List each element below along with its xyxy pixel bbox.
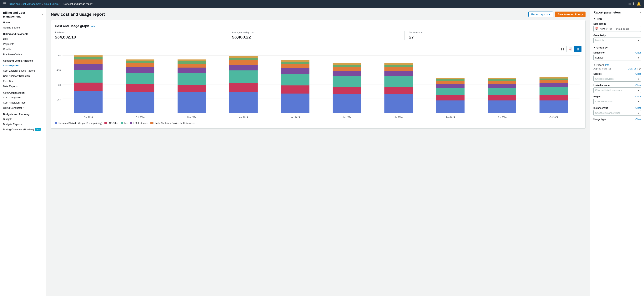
panel-expand-button[interactable]: › bbox=[640, 11, 641, 14]
date-range-box[interactable]: 📅 2024-01-01 — 2024-10-31 bbox=[594, 26, 641, 32]
svg-rect-17 bbox=[126, 63, 154, 67]
region-select[interactable]: Choose regions bbox=[594, 99, 641, 104]
svg-text:Feb 2024: Feb 2024 bbox=[136, 116, 144, 118]
recent-reports-button[interactable]: Recent reports ▾ bbox=[528, 12, 553, 17]
sidebar-item-pricing-calculator[interactable]: Pricing Calculator (Preview) New bbox=[0, 127, 46, 132]
svg-rect-5 bbox=[74, 91, 102, 113]
triangle-icon-3: ▼ bbox=[594, 64, 595, 66]
save-report-button[interactable]: Save to report library bbox=[555, 12, 586, 17]
svg-rect-50 bbox=[332, 65, 361, 67]
legend-dot-tax bbox=[121, 122, 123, 124]
linked-account-clear-link[interactable]: Clear bbox=[635, 84, 641, 87]
svg-rect-43 bbox=[281, 60, 310, 62]
new-badge: New bbox=[35, 128, 41, 131]
sidebar-collapse-button[interactable]: ‹ bbox=[42, 13, 43, 16]
bar-chart-button[interactable]: ▮▮ bbox=[558, 46, 566, 52]
service-filter-label: Service Clear bbox=[594, 73, 641, 75]
grid-icon[interactable]: ⊞ bbox=[628, 2, 631, 6]
panel-header: Report parameters › bbox=[594, 11, 641, 14]
svg-text:Jan 2024: Jan 2024 bbox=[84, 116, 93, 118]
dimension-select[interactable]: Service bbox=[594, 55, 641, 61]
stats-row: Total cost $34,802.19 Average monthly co… bbox=[55, 31, 582, 43]
svg-rect-29 bbox=[229, 92, 258, 113]
instance-type-select[interactable]: Choose instance types bbox=[594, 110, 641, 116]
svg-text:May 2024: May 2024 bbox=[290, 116, 300, 118]
sidebar-item-cost-explorer[interactable]: Cost Explorer bbox=[0, 63, 46, 68]
sidebar-item-cost-explorer-saved[interactable]: Cost Explorer Saved Reports bbox=[0, 68, 46, 73]
card-title: Cost and usage graph Info bbox=[55, 24, 582, 28]
svg-rect-23 bbox=[178, 73, 206, 85]
svg-rect-35 bbox=[229, 56, 258, 58]
top-navigation: ☰ Billing and Cost Management › Cost Exp… bbox=[0, 0, 644, 8]
region-clear-link[interactable]: Clear bbox=[635, 95, 641, 98]
sidebar: Billing and Cost Management ‹ Home Getti… bbox=[0, 8, 46, 296]
pipe-separator: | bbox=[637, 67, 638, 70]
instance-type-clear-link[interactable]: Clear bbox=[635, 107, 641, 109]
date-range-field-label: Date Range bbox=[594, 23, 641, 25]
sidebar-title: Billing and Cost Management bbox=[3, 11, 42, 18]
group-by-section-header: ▼ Group by bbox=[594, 46, 641, 49]
sidebar-item-data-exports[interactable]: Data Exports bbox=[0, 84, 46, 89]
right-panel: Report parameters › ▼ Time Date Range 📅 … bbox=[590, 8, 644, 296]
sidebar-item-cost-categories[interactable]: Cost Categories bbox=[0, 95, 46, 100]
svg-rect-10 bbox=[74, 57, 102, 60]
linked-account-select[interactable]: Choose linked accounts bbox=[594, 87, 641, 93]
svg-rect-37 bbox=[281, 94, 310, 113]
sidebar-section-billing-payments: Billing and Payments bbox=[0, 30, 46, 36]
sidebar-item-budgets[interactable]: Budgets bbox=[0, 116, 46, 122]
applied-filters-row: Applied filters (0) Clear all | ⚙ bbox=[594, 67, 641, 70]
filters-section-label: Filters bbox=[596, 64, 604, 66]
hamburger-menu[interactable]: ☰ bbox=[3, 2, 6, 6]
legend-ec2-other: EC2-Other bbox=[104, 122, 118, 125]
chart-with-axis: 6K 4.5K 3K 1.5K 0 Jan 2024Feb 2024Mar 20… bbox=[55, 54, 582, 120]
y-label-0: 0 bbox=[60, 113, 61, 116]
svg-rect-80 bbox=[540, 83, 568, 87]
stat-service-count: Service count 27 bbox=[404, 31, 582, 40]
svg-rect-67 bbox=[436, 78, 464, 79]
svg-rect-39 bbox=[281, 74, 310, 86]
sidebar-item-bills[interactable]: Bills bbox=[0, 36, 46, 41]
filters-info-link[interactable]: Info bbox=[605, 64, 609, 66]
bell-icon[interactable]: 🔔 bbox=[637, 2, 641, 6]
card-info-link[interactable]: Info bbox=[91, 25, 95, 28]
granularity-field-label: Granularity bbox=[594, 34, 641, 37]
sidebar-item-cost-anomaly[interactable]: Cost Anomaly Detection bbox=[0, 73, 46, 79]
sidebar-item-purchase-orders[interactable]: Purchase Orders bbox=[0, 52, 46, 57]
svg-rect-15 bbox=[126, 73, 154, 84]
svg-rect-63 bbox=[436, 88, 464, 95]
gear-icon[interactable]: ⚙ bbox=[638, 67, 641, 70]
dimension-clear-link[interactable]: Clear bbox=[635, 51, 641, 54]
service-select[interactable]: Choose services bbox=[594, 76, 641, 82]
svg-rect-31 bbox=[229, 71, 258, 83]
svg-rect-82 bbox=[540, 79, 568, 80]
sidebar-item-budgets-reports[interactable]: Budgets Reports bbox=[0, 122, 46, 127]
calendar-icon: 📅 bbox=[595, 27, 598, 31]
info-icon[interactable]: ℹ bbox=[633, 2, 634, 6]
breadcrumb-cost-explorer[interactable]: Cost Explorer bbox=[44, 3, 60, 6]
svg-rect-75 bbox=[488, 78, 516, 79]
stacked-chart-button[interactable]: ▦ bbox=[574, 46, 582, 52]
svg-rect-11 bbox=[74, 56, 102, 57]
dimension-select-wrapper: Service bbox=[594, 55, 641, 61]
sidebar-item-cost-allocation-tags[interactable]: Cost Allocation Tags bbox=[0, 100, 46, 105]
breadcrumb-sep-1: › bbox=[42, 3, 43, 6]
line-chart-button[interactable]: 📈 bbox=[566, 46, 574, 52]
sidebar-item-home[interactable]: Home bbox=[0, 20, 46, 25]
sidebar-item-free-tier[interactable]: Free Tier bbox=[0, 79, 46, 84]
top-nav-icons: ⊞ ℹ 🔔 bbox=[628, 2, 641, 6]
chart-svg-container: Jan 2024Feb 2024Mar 2024Apr 2024May 2024… bbox=[62, 54, 582, 120]
breadcrumb-billing[interactable]: Billing and Cost Management bbox=[8, 3, 41, 6]
legend-dot-ecs-kubernetes bbox=[150, 122, 153, 124]
sidebar-item-billing-conductor[interactable]: Billing Conductor ↗ bbox=[0, 105, 46, 111]
clear-all-link[interactable]: Clear all bbox=[628, 67, 636, 70]
svg-rect-25 bbox=[178, 64, 206, 68]
service-clear-link[interactable]: Clear bbox=[635, 73, 641, 75]
granularity-select[interactable]: Monthly bbox=[594, 38, 641, 43]
time-section-header: ▼ Time bbox=[594, 17, 641, 20]
sidebar-item-getting-started[interactable]: Getting Started bbox=[0, 25, 46, 30]
legend-label-ecs-kubernetes: Elastic Container Service for Kubernetes bbox=[154, 122, 195, 125]
sidebar-item-payments[interactable]: Payments bbox=[0, 41, 46, 47]
page-header-actions: Recent reports ▾ Save to report library bbox=[528, 12, 586, 17]
usage-type-clear-link[interactable]: Clear bbox=[635, 118, 641, 121]
sidebar-item-credits[interactable]: Credits bbox=[0, 47, 46, 52]
